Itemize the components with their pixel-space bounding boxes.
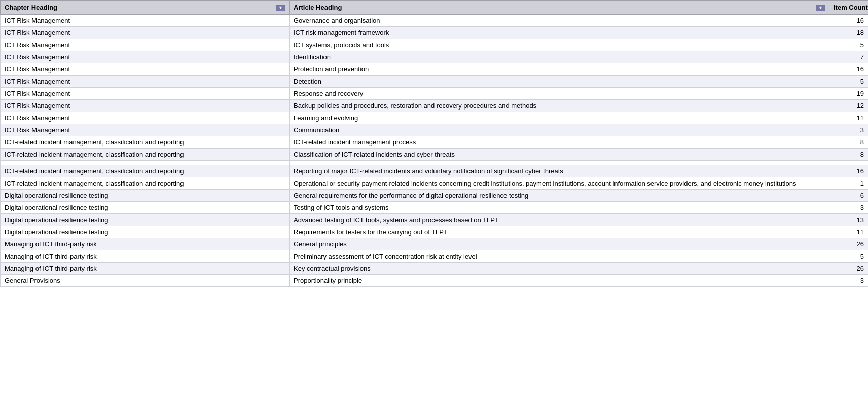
article-cell: ICT systems, protocols and tools: [290, 39, 829, 51]
chapter-cell: ICT-related incident management, classif…: [1, 177, 290, 190]
article-cell: [290, 161, 829, 165]
article-cell: Protection and prevention: [290, 63, 829, 76]
table-row: ICT Risk ManagementICT systems, protocol…: [1, 39, 869, 51]
article-cell: Operational or security payment-related …: [290, 177, 829, 190]
article-cell: General principles: [290, 238, 829, 250]
article-cell: Governance and organisation: [290, 15, 829, 27]
count-cell: 5: [829, 39, 869, 51]
table-row: ICT Risk ManagementProtection and preven…: [1, 63, 869, 76]
chapter-cell: Digital operational resilience testing: [1, 226, 290, 238]
chapter-cell: Digital operational resilience testing: [1, 214, 290, 226]
chapter-cell: Digital operational resilience testing: [1, 190, 290, 202]
chapter-cell: Managing of ICT third-party risk: [1, 263, 290, 275]
table-row: Digital operational resilience testingRe…: [1, 226, 869, 238]
chapter-cell: ICT Risk Management: [1, 63, 290, 76]
article-cell: General requirements for the performance…: [290, 190, 829, 202]
table-body: ICT Risk ManagementGovernance and organi…: [1, 15, 869, 287]
table-row: Digital operational resilience testingGe…: [1, 190, 869, 202]
article-cell: Key contractual provisions: [290, 263, 829, 275]
count-cell: [829, 161, 869, 165]
chapter-cell: ICT-related incident management, classif…: [1, 165, 290, 177]
article-cell: Backup policies and procedures, restorat…: [290, 100, 829, 112]
table-row: ICT Risk ManagementDetection5: [1, 76, 869, 88]
article-cell: Requirements for testers for the carryin…: [290, 226, 829, 238]
table-row: ICT Risk ManagementResponse and recovery…: [1, 88, 869, 100]
article-filter-icon[interactable]: ▼: [816, 5, 825, 11]
table-row: ICT Risk ManagementICT risk management f…: [1, 27, 869, 39]
count-cell: 26: [829, 263, 869, 275]
count-cell: 13: [829, 214, 869, 226]
table-row: Managing of ICT third-party riskGeneral …: [1, 238, 869, 250]
chapter-cell: ICT Risk Management: [1, 124, 290, 136]
count-cell: 3: [829, 124, 869, 136]
chapter-filter-icon[interactable]: ▼: [276, 5, 285, 11]
chapter-cell: ICT Risk Management: [1, 112, 290, 124]
chapter-cell: Digital operational resilience testing: [1, 202, 290, 214]
count-cell: 26: [829, 238, 869, 250]
table-row: Managing of ICT third-party riskKey cont…: [1, 263, 869, 275]
table-row: ICT Risk ManagementBackup policies and p…: [1, 100, 869, 112]
table-row: Managing of ICT third-party riskPrelimin…: [1, 250, 869, 263]
chapter-cell: ICT Risk Management: [1, 15, 290, 27]
chapter-cell: Managing of ICT third-party risk: [1, 238, 290, 250]
table-row: ICT Risk ManagementLearning and evolving…: [1, 112, 869, 124]
count-cell: 7: [829, 51, 869, 63]
article-cell: ICT risk management framework: [290, 27, 829, 39]
chapter-cell: ICT-related incident management, classif…: [1, 149, 290, 161]
table-row: Digital operational resilience testingAd…: [1, 214, 869, 226]
table-row: Digital operational resilience testingTe…: [1, 202, 869, 214]
count-cell: 16: [829, 15, 869, 27]
chapter-cell: ICT Risk Management: [1, 39, 290, 51]
table-row: ICT-related incident management, classif…: [1, 149, 869, 161]
count-cell: 16: [829, 63, 869, 76]
article-cell: Detection: [290, 76, 829, 88]
count-cell: 19: [829, 88, 869, 100]
count-cell: 3: [829, 202, 869, 214]
chapter-cell: ICT Risk Management: [1, 88, 290, 100]
count-cell: 11: [829, 112, 869, 124]
count-cell: 8: [829, 136, 869, 149]
chapter-heading-header: Chapter Heading ▼: [1, 1, 290, 15]
article-cell: Advanced testing of ICT tools, systems a…: [290, 214, 829, 226]
count-cell: 5: [829, 250, 869, 263]
table-row: ICT-related incident management, classif…: [1, 165, 869, 177]
count-cell: 11: [829, 226, 869, 238]
count-cell: 8: [829, 149, 869, 161]
chapter-cell: General Provisions: [1, 275, 290, 287]
count-cell: 5: [829, 76, 869, 88]
chapter-cell: ICT-related incident management, classif…: [1, 136, 290, 149]
chapter-cell: ICT Risk Management: [1, 100, 290, 112]
count-cell: 16: [829, 165, 869, 177]
count-cell: 3: [829, 275, 869, 287]
table-row: ICT-related incident management, classif…: [1, 136, 869, 149]
table-row: [1, 161, 869, 165]
article-cell: Identification: [290, 51, 829, 63]
table-row: General ProvisionsProportionality princi…: [1, 275, 869, 287]
table-container: Chapter Heading ▼ Article Heading ▼ Item…: [0, 0, 868, 398]
chapter-cell: ICT Risk Management: [1, 51, 290, 63]
table-row: ICT Risk ManagementIdentification7: [1, 51, 869, 63]
count-cell: 6: [829, 190, 869, 202]
header-row: Chapter Heading ▼ Article Heading ▼ Item…: [1, 1, 869, 15]
count-cell: 12: [829, 100, 869, 112]
article-cell: Communication: [290, 124, 829, 136]
count-cell: 18: [829, 27, 869, 39]
chapter-cell: [1, 161, 290, 165]
count-cell: 1: [829, 177, 869, 190]
item-count-label: Item Count: [834, 4, 868, 11]
article-cell: Response and recovery: [290, 88, 829, 100]
article-heading-label: Article Heading: [294, 4, 342, 11]
table-row: ICT Risk ManagementCommunication3: [1, 124, 869, 136]
chapter-cell: Managing of ICT third-party risk: [1, 250, 290, 263]
article-cell: Proportionality principle: [290, 275, 829, 287]
chapter-cell: ICT Risk Management: [1, 76, 290, 88]
article-cell: Learning and evolving: [290, 112, 829, 124]
table-row: ICT Risk ManagementGovernance and organi…: [1, 15, 869, 27]
article-cell: Preliminary assessment of ICT concentrat…: [290, 250, 829, 263]
chapter-cell: ICT Risk Management: [1, 27, 290, 39]
article-cell: Reporting of major ICT-related incidents…: [290, 165, 829, 177]
data-table: Chapter Heading ▼ Article Heading ▼ Item…: [0, 0, 868, 287]
table-row: ICT-related incident management, classif…: [1, 177, 869, 190]
article-cell: Testing of ICT tools and systems: [290, 202, 829, 214]
chapter-heading-label: Chapter Heading: [5, 4, 57, 11]
